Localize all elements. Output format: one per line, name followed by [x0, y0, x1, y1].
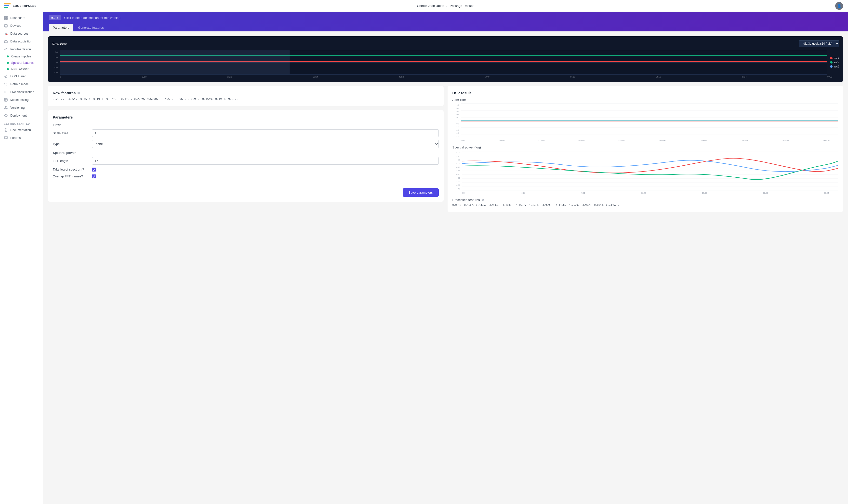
- type-select[interactable]: none low high bandpass: [92, 140, 439, 148]
- deploy-icon: [4, 114, 8, 118]
- two-column-layout: Raw features ⧉ 0.2017, 9.6654, -0.4537, …: [48, 86, 843, 212]
- tab-parameters[interactable]: Parameters: [49, 24, 73, 31]
- dsp-result-card: DSP result After filter 1.00.80.60.40.20…: [448, 86, 843, 212]
- legend-dot-accX: [830, 57, 832, 59]
- svg-point-20: [5, 106, 6, 107]
- sidebar-item-label: Create impulse: [11, 55, 31, 58]
- sidebar-nav: Dashboard Devices: [0, 12, 43, 504]
- sidebar-item-label: Devices: [10, 24, 21, 28]
- spectral-power-chart: -3.90-3.95-4.00-4.05-4.10-4.15-4.20-4.25…: [452, 151, 838, 191]
- scale-axes-row: Scale axes: [53, 129, 439, 137]
- take-log-checkbox[interactable]: [92, 167, 96, 172]
- svg-point-22: [6, 108, 7, 109]
- parameters-title: Parameters: [53, 115, 439, 119]
- sidebar-item-model-testing[interactable]: Model testing: [0, 96, 43, 104]
- chart-plot-area: [60, 50, 827, 75]
- sidebar-item-deployment[interactable]: Deployment: [0, 112, 43, 120]
- live-icon: [4, 90, 8, 94]
- status-dot: [7, 62, 9, 64]
- sidebar-item-label: Documentation: [10, 128, 31, 132]
- svg-rect-11: [4, 41, 7, 43]
- svg-rect-17: [4, 98, 7, 101]
- header-separator: /: [447, 4, 448, 7]
- legend-label-accX: accX: [834, 57, 839, 60]
- sidebar-item-forums[interactable]: Forums: [0, 134, 43, 142]
- svg-line-23: [5, 107, 6, 108]
- spectral-power-label: Spectral power (log): [452, 145, 838, 149]
- spectral-x-axis: 0.003.917.8111.7215.6319.5323.44: [452, 192, 838, 194]
- sidebar-item-eon-tuner[interactable]: EON Tuner: [0, 72, 43, 80]
- take-log-label: Take log of spectrum?: [53, 167, 92, 171]
- doc-icon: [4, 128, 8, 132]
- acquisition-icon: [4, 39, 8, 43]
- sidebar-item-retrain-model[interactable]: Retrain model: [0, 80, 43, 88]
- version-description[interactable]: Click to set a description for this vers…: [64, 16, 120, 20]
- x-axis: 0108821763264435254406528761687049792: [52, 75, 839, 78]
- legend-accY: accY: [830, 61, 839, 64]
- raw-data-chart-card: Raw data Idle.3afuceju.s14 (Idle) 20100-…: [48, 36, 843, 82]
- left-column: Raw features ⧉ 0.2017, 9.6654, -0.4537, …: [48, 86, 444, 212]
- sidebar-item-label: Data acquisition: [10, 40, 32, 43]
- sidebar-item-data-acquisition[interactable]: Data acquisition: [0, 38, 43, 46]
- sidebar-item-label: Live classification: [10, 90, 34, 94]
- getting-started-section: GETTING STARTED: [0, 120, 43, 126]
- processed-features-value: 0.0049, 0.4567, 0.9325, -3.9869, -4.1036…: [452, 203, 838, 207]
- svg-point-21: [4, 108, 5, 109]
- processed-copy-icon[interactable]: ⧉: [482, 198, 484, 202]
- fft-length-input[interactable]: [92, 157, 439, 165]
- logo-text: EDGE IMPULSE: [13, 4, 37, 7]
- legend-accX: accX: [830, 57, 839, 60]
- overlap-fft-row: Overlap FFT frames?: [53, 175, 439, 178]
- svg-rect-3: [6, 18, 7, 20]
- sidebar-item-data-sources[interactable]: Data sources: [0, 30, 43, 38]
- sidebar-item-live-classification[interactable]: Live classification: [0, 88, 43, 96]
- forum-icon: [4, 136, 8, 140]
- header: Shebin Jose Jacob / Package Tracker 👤: [43, 0, 848, 12]
- sidebar-item-spectral-features[interactable]: Spectral features: [0, 60, 43, 66]
- sidebar-item-nn-classifier[interactable]: NN Classifier: [0, 66, 43, 72]
- fft-length-row: FFT length: [53, 157, 439, 165]
- parameters-card: Parameters Filter Scale axes Type none l…: [48, 110, 444, 202]
- after-filter-svg: [461, 104, 838, 138]
- sidebar-item-documentation[interactable]: Documentation: [0, 126, 43, 134]
- legend-accZ: accZ: [830, 65, 839, 68]
- chevron-down-icon: ▼: [56, 16, 59, 19]
- main-content: Shebin Jose Jacob / Package Tracker 👤 #1…: [43, 0, 848, 504]
- spectral-power-section-title: Spectral power: [53, 151, 439, 155]
- processed-features-header: Processed features ⧉: [452, 198, 838, 202]
- dsp-result-title: DSP result: [452, 91, 838, 95]
- sidebar-item-dashboard[interactable]: Dashboard: [0, 14, 43, 22]
- filter-section-title: Filter: [53, 123, 439, 127]
- fft-length-label: FFT length: [53, 159, 92, 163]
- svg-point-10: [6, 34, 7, 35]
- sidebar-item-label: Retrain model: [10, 83, 30, 86]
- sidebar-item-create-impulse[interactable]: Create impulse: [0, 53, 43, 60]
- header-user: Shebin Jose Jacob: [417, 4, 444, 7]
- svg-rect-4: [4, 24, 7, 27]
- sidebar-item-label: Model testing: [10, 98, 29, 102]
- scale-axes-label: Scale axes: [53, 131, 92, 135]
- tab-generate-features[interactable]: Generate features: [74, 24, 108, 31]
- logo: EDGE IMPULSE: [0, 0, 43, 12]
- after-filter-plot: [461, 104, 838, 138]
- processed-features-label: Processed features: [452, 198, 480, 202]
- spectral-svg: [462, 151, 838, 190]
- version-badge[interactable]: #1 ▼: [49, 15, 61, 20]
- device-icon: [4, 24, 8, 28]
- legend-label-accY: accY: [834, 61, 839, 64]
- raw-features-title: Raw features ⧉: [53, 91, 439, 95]
- sidebar-item-label: Deployment: [10, 114, 27, 117]
- overlap-fft-checkbox[interactable]: [92, 175, 96, 178]
- sidebar-item-impulse-design[interactable]: Impulse design: [0, 46, 43, 53]
- chart-dropdown[interactable]: Idle.3afuceju.s14 (Idle): [799, 40, 839, 47]
- data-sources-icon: [4, 32, 8, 36]
- svg-point-16: [5, 91, 6, 92]
- save-parameters-button[interactable]: Save parameters: [403, 188, 439, 197]
- scale-axes-input[interactable]: [92, 129, 439, 137]
- sidebar-item-devices[interactable]: Devices: [0, 22, 43, 30]
- sidebar-item-label: Versioning: [10, 106, 24, 109]
- copy-icon[interactable]: ⧉: [77, 91, 80, 95]
- tabs-bar: Parameters Generate features: [43, 24, 848, 31]
- chart-legend: accX accY accZ: [828, 50, 839, 75]
- sidebar-item-versioning[interactable]: Versioning: [0, 104, 43, 112]
